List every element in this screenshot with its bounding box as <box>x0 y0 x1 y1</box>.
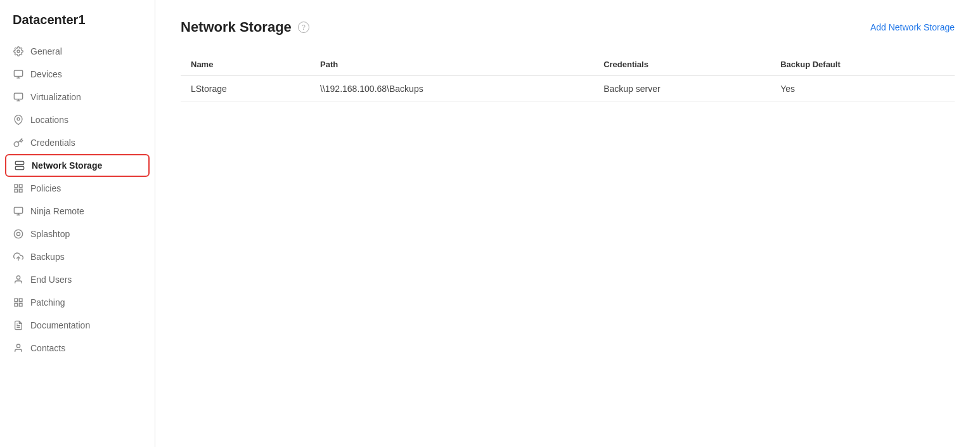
patching-icon <box>13 297 24 308</box>
table-header-row: NamePathCredentialsBackup Default <box>181 53 955 76</box>
sidebar-item-label-general: General <box>30 46 62 56</box>
svg-rect-15 <box>19 189 22 192</box>
svg-point-22 <box>16 276 20 279</box>
sidebar-item-patching[interactable]: Patching <box>0 291 155 314</box>
locations-icon <box>13 114 24 126</box>
svg-rect-24 <box>19 299 22 302</box>
sidebar-item-label-patching: Patching <box>30 297 65 308</box>
sidebar-item-devices[interactable]: Devices <box>0 63 155 86</box>
sidebar-item-label-credentials: Credentials <box>30 138 75 148</box>
sidebar-item-label-policies: Policies <box>30 183 61 193</box>
splashtop-icon <box>13 228 24 240</box>
sidebar-item-label-contacts: Contacts <box>30 343 65 353</box>
app-title: Datacenter1 <box>0 13 155 40</box>
cell-credentials: Backup server <box>593 76 770 102</box>
col-header-credentials: Credentials <box>593 53 770 76</box>
svg-rect-25 <box>15 303 18 306</box>
sidebar-item-end-users[interactable]: End Users <box>0 268 155 291</box>
documentation-icon <box>13 320 24 331</box>
add-network-storage-button[interactable]: Add Network Storage <box>870 22 955 32</box>
end-users-icon <box>13 274 24 285</box>
sidebar-item-label-documentation: Documentation <box>30 320 90 330</box>
network-storage-icon <box>14 160 25 171</box>
svg-point-7 <box>17 118 20 120</box>
cell-backup_default: Yes <box>770 76 955 102</box>
main-content: Network Storage ? Add Network Storage Na… <box>155 0 980 447</box>
svg-rect-1 <box>14 70 22 76</box>
svg-rect-23 <box>15 299 18 302</box>
backups-icon <box>13 251 24 262</box>
ninja-remote-icon <box>13 205 24 217</box>
svg-rect-9 <box>15 166 23 169</box>
sidebar: Datacenter1 GeneralDevicesVirtualization… <box>0 0 155 447</box>
sidebar-item-contacts[interactable]: Contacts <box>0 337 155 360</box>
nav-list: GeneralDevicesVirtualizationLocationsCre… <box>0 40 155 360</box>
cell-name: LStorage <box>181 76 310 102</box>
sidebar-item-label-virtualization: Virtualization <box>30 92 81 102</box>
svg-rect-4 <box>14 93 22 99</box>
sidebar-item-label-locations: Locations <box>30 115 68 125</box>
sidebar-item-backups[interactable]: Backups <box>0 245 155 268</box>
policies-icon <box>13 183 24 194</box>
table-body: LStorage\\192.168.100.68\BackupsBackup s… <box>181 76 955 102</box>
col-header-name: Name <box>181 53 310 76</box>
sidebar-item-label-splashtop: Splashtop <box>30 229 70 239</box>
sidebar-item-label-backups: Backups <box>30 252 65 262</box>
gear-icon <box>13 46 24 57</box>
sidebar-item-splashtop[interactable]: Splashtop <box>0 223 155 245</box>
col-header-path: Path <box>310 53 593 76</box>
page-title-area: Network Storage ? <box>181 19 309 36</box>
svg-rect-13 <box>19 185 22 188</box>
svg-point-20 <box>16 232 20 235</box>
sidebar-item-documentation[interactable]: Documentation <box>0 314 155 337</box>
sidebar-item-general[interactable]: General <box>0 40 155 63</box>
sidebar-item-credentials[interactable]: Credentials <box>0 131 155 154</box>
sidebar-item-locations[interactable]: Locations <box>0 108 155 131</box>
svg-rect-8 <box>15 161 23 164</box>
cell-path: \\192.168.100.68\Backups <box>310 76 593 102</box>
svg-rect-26 <box>19 303 22 306</box>
table-row[interactable]: LStorage\\192.168.100.68\BackupsBackup s… <box>181 76 955 102</box>
credentials-icon <box>13 137 24 148</box>
svg-rect-16 <box>14 207 22 213</box>
sidebar-item-ninja-remote[interactable]: Ninja Remote <box>0 200 155 223</box>
svg-point-0 <box>17 50 20 53</box>
svg-point-29 <box>16 344 20 347</box>
virtualization-icon <box>13 91 24 103</box>
sidebar-item-policies[interactable]: Policies <box>0 177 155 200</box>
sidebar-item-label-devices: Devices <box>30 69 62 79</box>
devices-icon <box>13 68 24 80</box>
contacts-icon <box>13 342 24 354</box>
svg-point-19 <box>14 230 22 238</box>
sidebar-item-label-ninja-remote: Ninja Remote <box>30 206 84 216</box>
page-title: Network Storage <box>181 19 292 36</box>
sidebar-item-label-end-users: End Users <box>30 275 72 285</box>
sidebar-item-virtualization[interactable]: Virtualization <box>0 86 155 108</box>
svg-rect-14 <box>15 189 18 192</box>
network-storage-table: NamePathCredentialsBackup Default LStora… <box>181 53 955 102</box>
help-icon[interactable]: ? <box>298 22 309 33</box>
page-header: Network Storage ? Add Network Storage <box>181 19 955 36</box>
col-header-backup_default: Backup Default <box>770 53 955 76</box>
sidebar-item-label-network-storage: Network Storage <box>32 160 102 171</box>
sidebar-item-network-storage[interactable]: Network Storage <box>5 154 150 177</box>
table-head: NamePathCredentialsBackup Default <box>181 53 955 76</box>
svg-rect-12 <box>15 185 18 188</box>
